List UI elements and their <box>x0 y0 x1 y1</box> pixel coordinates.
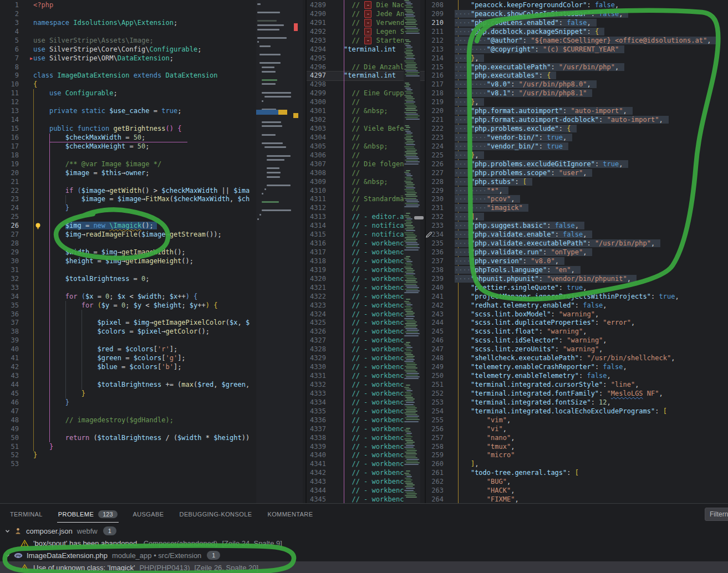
code-line: $totalBrightness = 0; <box>33 275 150 284</box>
line-number: 217 <box>426 80 454 89</box>
code-line: // - workbenc <box>344 398 404 407</box>
code-token: // <box>344 151 360 159</box>
problem-row[interactable]: Use of unknown class: 'Imagick'PHP(PHP04… <box>0 561 728 573</box>
code-token: [ <box>663 407 667 415</box>
pencil-icon[interactable] <box>426 231 432 238</box>
line-number: 50 <box>0 434 30 443</box>
code-token: { <box>33 80 37 88</box>
code-line: "shellcheck.executablePath": "/usr/bin/s… <box>455 354 675 363</box>
line-number: 210 <box>426 19 454 28</box>
editor-sash[interactable] <box>425 0 426 503</box>
minimap-middle[interactable] <box>404 0 420 503</box>
code-line: ········"*", <box>455 187 508 196</box>
problems-file-row[interactable]: phpImageDataExtension.phpmodule_app • sr… <box>0 549 728 561</box>
sash-drag-handle[interactable] <box>414 216 424 219</box>
problems-file-row[interactable]: composer.jsonwebfw1 <box>0 525 728 537</box>
panel-tab-debugging-konsole[interactable]: DEBUGGING-KONSOLE <box>180 504 252 524</box>
code-line: ····"php.codeLens.enabled": false, <box>455 19 597 28</box>
code-line: ····"php.stubs": [ <box>455 178 532 187</box>
code-line: // - Legen Si <box>344 28 405 37</box>
problems-filter-input[interactable] <box>705 508 728 521</box>
minimap-line <box>405 478 411 479</box>
code-line: // - workbenc <box>344 239 404 248</box>
minimap-line <box>264 146 286 148</box>
code-token: // - workbenc <box>344 381 404 388</box>
editor-pane-settings-comments[interactable]: 4289429042914292429342944295429642974298… <box>307 0 426 503</box>
code-token: $y <box>134 301 141 309</box>
code-area-settings-json[interactable]: "peacock.keepForegroundColor": false,···… <box>455 0 728 503</box>
panel-tab-terminal[interactable]: TERMINAL <box>10 504 43 524</box>
minimap-line <box>405 349 411 350</box>
code-token: "(c) $CURRENT_YEAR" <box>543 45 619 53</box>
panel-tab-ausgabe[interactable]: AUSGABE <box>133 504 164 524</box>
code-token: $img <box>65 231 82 238</box>
minimap-line <box>406 484 415 485</box>
line-number: 45 <box>0 390 30 398</box>
code-token: $y <box>101 301 109 309</box>
minimap-line <box>405 217 411 218</box>
code-token <box>33 142 65 150</box>
code-token: $height <box>154 301 182 309</box>
code-token: , <box>607 372 611 380</box>
code-line: // <box>344 116 360 125</box>
code-token: "${name:CSoellinger} <office@idsolutions… <box>531 37 707 44</box>
code-token <box>33 107 49 115</box>
code-token <box>45 45 49 53</box>
minimap-left[interactable] <box>256 0 303 503</box>
code-token: = <box>109 301 121 309</box>
line-number: 12 <box>0 98 30 107</box>
code-token: "line" <box>611 381 635 388</box>
editor-sash[interactable] <box>306 0 307 503</box>
panel-tab-kommentare[interactable]: KOMMENTARE <box>267 504 313 524</box>
code-area-php[interactable]: <?phpnamespace Idsolutions\App\Extension… <box>33 0 256 503</box>
minimap-line <box>406 316 415 317</box>
code-token: → <box>82 231 85 238</box>
code-token: use SilverStripe\Assets\Image; <box>33 37 154 44</box>
code-line: // - workbenc <box>344 266 404 275</box>
code-line: ····"php.executablePath": "/usr/bin/php"… <box>455 63 624 72</box>
code-token <box>33 169 65 177</box>
code-token: for <box>65 293 78 300</box>
minimap-line <box>406 393 413 395</box>
code-line: // - notifica <box>344 222 404 231</box>
lightbulb-icon[interactable] <box>34 222 42 230</box>
code-token: , <box>615 63 619 71</box>
line-number: 239 <box>426 275 454 284</box>
line-number: 49 <box>0 425 30 434</box>
line-number: 30 <box>0 257 30 266</box>
problem-row[interactable]: 'box/spout' has been abandoned.Composer(… <box>0 537 728 549</box>
code-token: : <box>551 169 558 177</box>
code-token: readImageFile <box>85 231 138 238</box>
code-area-settings-comments[interactable]: // - Die Nach // - Jede Ant // - Verwend… <box>344 0 405 503</box>
code-line: // <box>344 204 360 213</box>
code-token: = <box>89 169 101 177</box>
code-token: function <box>78 125 110 132</box>
line-number: 229 <box>426 187 454 196</box>
code-token: ++ <box>197 301 205 309</box>
line-number: 4342 <box>307 469 339 478</box>
gutter-left: 1234567▶89101112131415161718192021222324… <box>0 0 30 503</box>
chevron-down-icon[interactable] <box>4 528 11 534</box>
line-number: 222 <box>426 125 454 134</box>
minimap-line <box>405 45 411 46</box>
minimap-line <box>406 470 410 472</box>
line-number: 220 <box>426 107 454 116</box>
code-token: $y <box>190 301 197 309</box>
code-token: "micro" <box>487 451 515 459</box>
minimap-line <box>262 71 275 73</box>
code-token: , <box>659 116 663 124</box>
minimap-line <box>406 287 419 288</box>
minimap-line <box>262 66 274 68</box>
chevron-down-icon[interactable] <box>4 552 11 559</box>
minimap-line <box>406 282 418 283</box>
line-number: 212 <box>426 37 454 45</box>
panel-tab-probleme[interactable]: PROBLEME123 <box>58 504 118 524</box>
code-token: "php.executablePath" <box>471 63 551 71</box>
editor-pane-settings-json[interactable]: 2082092102112122132142152162172182192202… <box>426 0 728 503</box>
code-token: , <box>515 495 518 503</box>
code-token: $x <box>85 293 93 300</box>
code-line: ····"php.validate.executablePath": "/usr… <box>455 239 660 248</box>
line-number: 223 <box>426 134 454 142</box>
code-token: : <box>547 222 554 229</box>
editor-pane-php[interactable]: 1234567▶89101112131415161718192021222324… <box>0 0 307 503</box>
